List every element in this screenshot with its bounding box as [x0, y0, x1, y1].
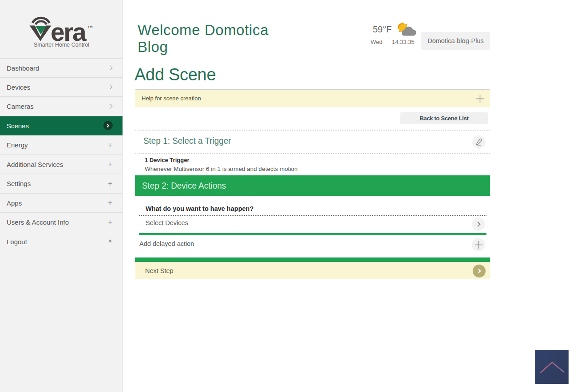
svg-text:™: ™	[87, 24, 93, 31]
svg-text:Smarter Home Control: Smarter Home Control	[34, 42, 89, 48]
